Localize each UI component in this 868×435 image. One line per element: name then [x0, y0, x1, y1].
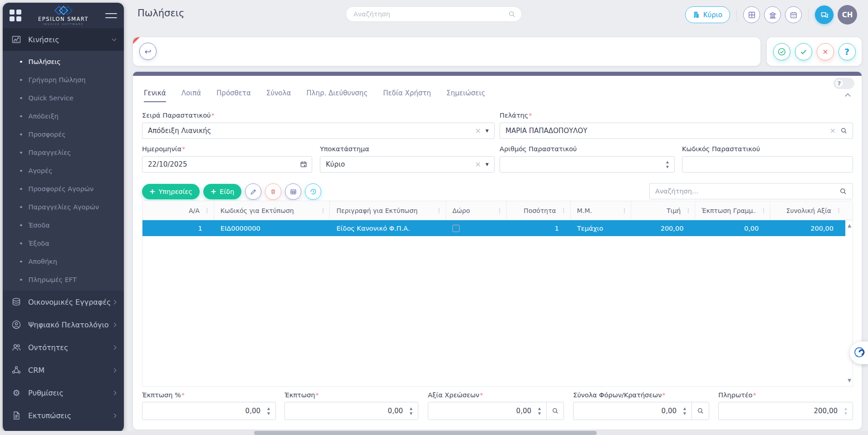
bank-button[interactable] — [764, 6, 781, 23]
sidebar-item-poliseis[interactable]: Πωλήσεις — [3, 53, 124, 71]
sidebar-item-oikonomikes-eggrafes[interactable]: Οικονομικές Εγγραφές — [3, 291, 124, 313]
column-header-quantity[interactable]: Ποσότητα ⋮ — [507, 201, 571, 220]
tab-genika[interactable]: Γενικά — [144, 89, 166, 102]
column-menu-icon[interactable]: ⋮ — [320, 207, 326, 214]
discount-pct-input[interactable] — [142, 407, 264, 415]
branch-input[interactable] — [320, 160, 474, 168]
column-header-price[interactable]: Τιμή ⋮ — [631, 201, 695, 220]
grid-settings-button[interactable] — [285, 183, 301, 200]
clear-icon[interactable]: × — [830, 127, 836, 134]
column-menu-icon[interactable]: ⋮ — [685, 207, 691, 214]
sidebar-item-psifiako-pelatologio[interactable]: Ψηφιακό Πελατολόγιο — [3, 313, 124, 336]
doc-number-input[interactable] — [500, 160, 663, 168]
sidebar-item-exoda[interactable]: Έξοδα — [3, 234, 124, 252]
lines-search-input[interactable] — [655, 188, 839, 195]
history-button[interactable] — [305, 183, 321, 200]
dropdown-caret-icon[interactable]: ▼ — [485, 163, 489, 167]
edit-line-button[interactable] — [245, 183, 261, 200]
sidebar-item-ektyposeis[interactable]: Εκτυπώσεις — [3, 404, 124, 427]
series-input[interactable] — [142, 127, 474, 135]
sidebar-item-prosfores-agoron[interactable]: Προσφορές Αγορών — [3, 180, 124, 198]
column-menu-icon[interactable]: ⋮ — [836, 207, 842, 214]
sidebar-item-agores[interactable]: Αγορές — [3, 162, 124, 180]
column-menu-icon[interactable]: ⋮ — [760, 207, 766, 214]
number-stepper[interactable]: ▲▼ — [680, 407, 689, 415]
sidebar-item-paraggelies[interactable]: Παραγγελίες — [3, 143, 124, 162]
scroll-down-icon[interactable]: ▼ — [848, 378, 851, 383]
cancel-button[interactable] — [817, 43, 834, 60]
customer-input[interactable] — [500, 127, 829, 135]
sidebar-item-pliromes-eft[interactable]: Πληρωμές EFT — [3, 271, 124, 289]
window-layout-button[interactable] — [743, 6, 760, 23]
number-stepper[interactable]: ▲▼ — [407, 407, 416, 415]
tab-simeioseis[interactable]: Σημειώσεις — [446, 89, 485, 102]
tab-loipa[interactable]: Λοιπά — [181, 89, 201, 102]
global-search[interactable] — [346, 6, 522, 22]
number-stepper[interactable]: ▲▼ — [264, 407, 273, 415]
tab-prostheta[interactable]: Πρόσθετα — [216, 89, 251, 102]
column-header-code[interactable]: Κωδικός για Εκτύπωση ⋮ — [214, 201, 330, 220]
scroll-up-icon[interactable]: ▲ — [848, 223, 851, 228]
sidebar-item-kiniseis[interactable]: Κινήσεις — [3, 28, 124, 51]
column-menu-icon[interactable]: ⋮ — [561, 207, 567, 214]
gift-checkbox[interactable] — [452, 225, 460, 232]
add-services-button[interactable]: + Υπηρεσίες — [142, 184, 200, 199]
help-button[interactable]: ? — [839, 43, 856, 60]
sidebar-item-paraggelies-agoron[interactable]: Παραγγελίες Αγορών — [3, 198, 124, 216]
taxes-input[interactable] — [574, 407, 680, 415]
sidebar-item-esoda[interactable]: Έσοδα — [3, 216, 124, 234]
avatar[interactable]: CH — [838, 5, 857, 25]
date-input[interactable] — [142, 160, 300, 168]
column-header-description[interactable]: Περιγραφή για Εκτύπωση ⋮ — [330, 201, 446, 220]
search-icon[interactable] — [546, 402, 564, 420]
messages-button[interactable] — [815, 5, 834, 24]
sidebar-item-prosfores[interactable]: Προσφορές — [3, 125, 124, 143]
doc-code-input[interactable] — [682, 160, 853, 168]
sidebar-item-rythmiseis[interactable]: ⚙ Ρυθμίσεις — [3, 381, 124, 404]
column-header-aa[interactable]: Α/Α ⋮ — [142, 201, 214, 220]
column-menu-icon[interactable]: ⋮ — [621, 207, 627, 214]
search-icon[interactable] — [840, 127, 848, 134]
collapse-chevron-up-icon[interactable] — [845, 93, 851, 99]
column-menu-icon[interactable]: ⋮ — [204, 207, 210, 214]
discount-input[interactable] — [285, 407, 407, 415]
number-stepper[interactable]: ▲▼ — [841, 407, 850, 415]
tab-synola[interactable]: Σύνολα — [266, 89, 291, 102]
table-row-selected[interactable]: 1 ΕΙΔ0000000 Είδος Κανονικό Φ.Π.Α. 1 Τεμ… — [142, 220, 845, 236]
sidebar-item-ontotites[interactable]: Οντότητες — [3, 336, 124, 359]
column-header-total[interactable]: Συνολική Αξία ⋮ — [770, 201, 845, 220]
delete-line-button[interactable] — [265, 183, 281, 200]
sidebar-item-apothiki[interactable]: Αποθήκη — [3, 252, 124, 271]
column-header-gift[interactable]: Δώρο ⋮ — [446, 201, 507, 220]
confirm-button[interactable] — [795, 43, 812, 60]
add-items-button[interactable]: + Είδη — [203, 184, 242, 199]
approve-button[interactable] — [773, 43, 790, 60]
tab-pedia-xristi[interactable]: Πεδία Χρήστη — [383, 89, 431, 102]
calendar-icon[interactable] — [300, 161, 307, 168]
back-button[interactable]: ↩ — [139, 43, 157, 60]
payable-input[interactable] — [719, 407, 841, 415]
branch-button[interactable]: Κύριο — [685, 6, 730, 23]
tab-plir-dieythinsis[interactable]: Πληρ. Διεύθυνσης — [306, 89, 368, 102]
sidebar-item-grigori-polisi[interactable]: Γρήγορη Πώληση — [3, 71, 124, 89]
charges-input[interactable] — [428, 407, 535, 415]
apps-grid-icon[interactable] — [10, 10, 21, 21]
sidebar-item-apodeixi[interactable]: Απόδειξη — [3, 107, 124, 125]
column-menu-icon[interactable]: ⋮ — [436, 207, 442, 214]
scrollbar-thumb[interactable] — [254, 431, 597, 435]
lines-search[interactable] — [649, 183, 853, 199]
help-toggle[interactable]: ? — [834, 78, 854, 89]
dropdown-caret-icon[interactable]: ▼ — [485, 129, 489, 133]
calendar-button[interactable] — [785, 6, 802, 23]
column-header-line-discount[interactable]: Έκπτωση Γραμμ... ⋮ — [695, 201, 770, 220]
sidebar-item-crm[interactable]: CRM — [3, 359, 124, 381]
hamburger-icon[interactable] — [105, 13, 117, 18]
clear-icon[interactable]: × — [475, 161, 481, 168]
number-stepper[interactable]: ▲ ▼ — [663, 160, 672, 169]
global-search-input[interactable] — [353, 10, 508, 18]
number-stepper[interactable]: ▲▼ — [535, 407, 544, 415]
horizontal-scrollbar[interactable] — [0, 431, 868, 435]
column-menu-icon[interactable]: ⋮ — [497, 207, 503, 214]
column-header-unit[interactable]: Μ.Μ. ⋮ — [571, 201, 632, 220]
search-icon[interactable] — [691, 402, 709, 420]
